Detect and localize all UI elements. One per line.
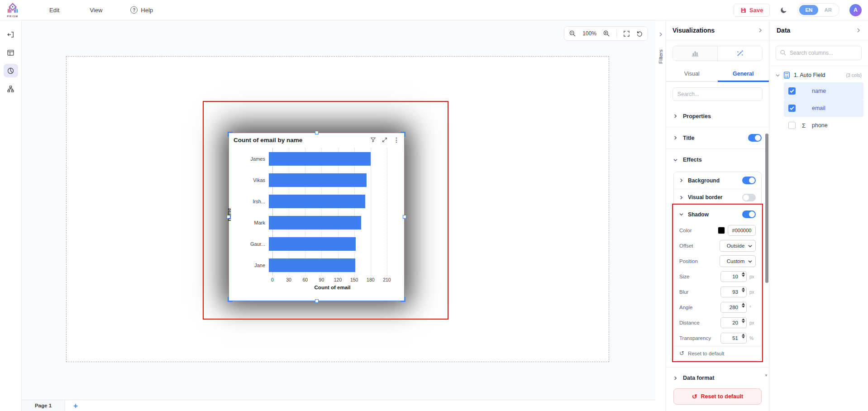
user-avatar[interactable]: A — [849, 4, 862, 16]
chart-widget[interactable]: Count of email by name ⋮ name James Vika… — [229, 133, 405, 301]
sitemap-icon[interactable] — [4, 82, 18, 96]
format-tab[interactable] — [717, 46, 762, 61]
bar[interactable] — [269, 258, 355, 272]
effect-shadow-row[interactable]: Shadow — [674, 206, 761, 223]
bar[interactable] — [269, 216, 361, 229]
app-logo[interactable]: PRISM — [4, 3, 22, 18]
collapse-panel-icon[interactable] — [4, 28, 18, 41]
resize-handle-n[interactable] — [315, 131, 319, 134]
reset-to-default-button[interactable]: ↺ Reset to default — [673, 388, 762, 405]
bar[interactable] — [269, 237, 356, 251]
filter-icon[interactable] — [370, 137, 376, 143]
resize-handle-s[interactable] — [315, 299, 319, 303]
effect-visual-border-row[interactable]: Visual border — [674, 189, 761, 206]
column-checkbox[interactable] — [788, 105, 796, 112]
offset-select[interactable]: Outside — [720, 240, 756, 252]
distance-stepper[interactable] — [742, 318, 745, 323]
language-toggle[interactable]: EN AR — [797, 3, 839, 17]
shadow-toggle[interactable] — [742, 210, 756, 218]
x-tick-label: 30 — [286, 277, 291, 282]
layout-icon[interactable] — [4, 46, 18, 59]
add-page-icon[interactable]: + — [73, 402, 78, 410]
menu-help[interactable]: ? Help — [130, 6, 153, 14]
visual-border-toggle[interactable] — [742, 194, 756, 201]
angle-input[interactable]: 280 — [720, 302, 747, 313]
stepper-down-icon[interactable] — [742, 275, 745, 277]
column-row-name[interactable]: name — [784, 82, 863, 100]
column-checkbox[interactable] — [788, 87, 796, 95]
section-data-format[interactable]: Data format — [666, 367, 769, 383]
color-hex-input[interactable] — [728, 225, 756, 236]
color-swatch[interactable] — [718, 227, 725, 234]
menu-edit[interactable]: Edit — [49, 7, 59, 14]
resize-handle-se[interactable] — [401, 297, 405, 302]
angle-stepper[interactable] — [742, 303, 745, 308]
reset-view-icon[interactable] — [636, 30, 643, 37]
pie-chart-icon[interactable] — [4, 64, 18, 77]
collapse-chevron-icon[interactable] — [856, 28, 861, 33]
transparency-input[interactable]: 51 — [720, 333, 747, 344]
filters-strip[interactable]: Filters — [655, 20, 666, 411]
stepper-down-icon[interactable] — [742, 290, 745, 292]
effect-background-row[interactable]: Background — [674, 172, 761, 189]
section-properties[interactable]: Properties — [666, 105, 769, 127]
settings-search-input[interactable] — [672, 87, 763, 101]
resize-handle-w[interactable] — [227, 215, 230, 219]
x-axis-label: Count of email — [272, 285, 392, 290]
panel-scrollbar-thumb[interactable] — [765, 134, 768, 283]
field-group-row[interactable]: 1. Auto Field (3 cols) — [769, 66, 868, 82]
zoom-in-icon[interactable] — [603, 30, 610, 37]
bar[interactable] — [269, 152, 371, 166]
dark-mode-icon[interactable] — [780, 6, 787, 14]
more-options-icon[interactable]: ⋮ — [393, 137, 400, 143]
dashboard-canvas[interactable]: 100% Count of email by name — [22, 20, 655, 400]
blur-stepper[interactable] — [742, 287, 745, 292]
resize-handle-e[interactable] — [403, 215, 406, 219]
zoom-out-icon[interactable] — [569, 30, 576, 37]
shadow-reset-link[interactable]: ↺ Reset to default — [674, 346, 761, 360]
background-toggle[interactable] — [742, 177, 756, 184]
resize-handle-nw[interactable] — [228, 132, 233, 137]
bar-row: Gaur... — [234, 233, 400, 254]
chart-type-tab[interactable] — [673, 46, 717, 61]
stepper-down-icon[interactable] — [742, 336, 745, 339]
size-input[interactable]: 10 — [720, 271, 747, 282]
stepper-up-icon[interactable] — [742, 287, 745, 290]
expand-icon[interactable] — [382, 137, 387, 143]
bar[interactable] — [269, 195, 365, 208]
tab-general[interactable]: General — [718, 67, 769, 81]
scrollbar-down-arrow[interactable]: ▼ — [764, 373, 768, 378]
position-select[interactable]: Custom — [720, 255, 756, 267]
size-stepper[interactable] — [742, 272, 745, 277]
column-checkbox[interactable] — [788, 122, 796, 129]
stepper-up-icon[interactable] — [742, 303, 745, 305]
menu-view[interactable]: View — [90, 7, 102, 14]
tab-visual[interactable]: Visual — [666, 67, 718, 81]
stepper-up-icon[interactable] — [742, 334, 745, 336]
fullscreen-icon[interactable] — [623, 30, 630, 37]
field-group-label: 1. Auto Field — [794, 72, 825, 78]
lang-ar[interactable]: AR — [818, 5, 838, 15]
resize-handle-ne[interactable] — [401, 132, 405, 137]
resize-handle-sw[interactable] — [228, 297, 233, 302]
stepper-up-icon[interactable] — [742, 318, 745, 320]
bar[interactable] — [269, 173, 367, 187]
column-row-phone[interactable]: Σ phone — [784, 117, 863, 134]
zoom-toolbar: 100% — [564, 26, 648, 41]
blur-input[interactable]: 93 — [720, 287, 747, 297]
stepper-down-icon[interactable] — [742, 321, 745, 323]
collapse-chevron-icon[interactable] — [758, 28, 763, 33]
stepper-down-icon[interactable] — [742, 306, 745, 308]
help-icon: ? — [130, 6, 138, 14]
title-toggle[interactable] — [748, 134, 762, 142]
transparency-stepper[interactable] — [742, 334, 745, 339]
lang-en[interactable]: EN — [799, 5, 818, 15]
column-search-input[interactable] — [776, 46, 862, 60]
section-effects[interactable]: Effects — [666, 149, 769, 171]
column-row-email[interactable]: email — [784, 100, 863, 117]
page-tab[interactable]: Page 1 — [22, 400, 65, 411]
save-button[interactable]: Save — [734, 4, 770, 17]
distance-input[interactable]: 20 — [720, 317, 747, 328]
section-title[interactable]: Title — [666, 127, 769, 149]
stepper-up-icon[interactable] — [742, 272, 745, 274]
